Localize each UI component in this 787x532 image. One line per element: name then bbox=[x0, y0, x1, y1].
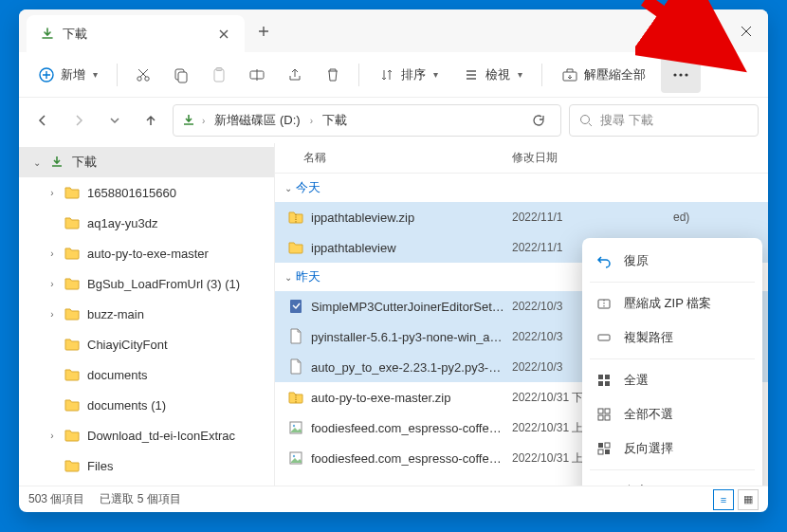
delete-button[interactable] bbox=[317, 61, 349, 89]
menu-zip[interactable]: 壓縮成 ZIP 檔案 bbox=[582, 286, 762, 321]
file-name: ippathtableview bbox=[311, 241, 512, 255]
copy-button[interactable] bbox=[165, 61, 197, 89]
file-name: pyinstaller-5.6.1-py3-none-win_amd6... bbox=[311, 330, 512, 344]
group-header[interactable]: ⌄今天 bbox=[275, 174, 768, 202]
col-date[interactable]: 修改日期 bbox=[512, 150, 673, 166]
selected-count: 已選取 5 個項目 bbox=[100, 491, 180, 507]
chevron-down-icon: ⌄ bbox=[284, 183, 292, 193]
sidebar-item[interactable]: ›auto-py-to-exe-master bbox=[19, 238, 274, 268]
details-view-button[interactable]: ≡ bbox=[713, 489, 734, 510]
folder-icon bbox=[63, 183, 82, 202]
copy-icon bbox=[173, 66, 190, 83]
rename-button[interactable] bbox=[241, 61, 273, 89]
nav-row: › 新增磁碟區 (D:) › 下載 搜尋 下載 bbox=[19, 98, 768, 143]
active-tab[interactable]: 下載 bbox=[27, 15, 245, 52]
download-icon bbox=[181, 113, 196, 128]
svg-rect-32 bbox=[605, 443, 610, 448]
item-count: 503 個項目 bbox=[28, 491, 84, 507]
paste-button[interactable] bbox=[203, 61, 235, 89]
sidebar-item[interactable]: documents (1) bbox=[19, 390, 274, 420]
tab-title: 下載 bbox=[63, 26, 209, 43]
svg-point-4 bbox=[137, 76, 141, 80]
search-placeholder: 搜尋 下載 bbox=[600, 112, 653, 129]
forward-button[interactable] bbox=[64, 106, 93, 135]
chevron-down-icon: ⌄ bbox=[27, 157, 47, 168]
folder-icon bbox=[63, 456, 82, 475]
file-icon bbox=[286, 327, 305, 346]
menu-invert[interactable]: 反向選擇 bbox=[582, 431, 762, 466]
annotation-arrow bbox=[635, 0, 749, 85]
extract-icon bbox=[561, 66, 578, 83]
svg-rect-27 bbox=[598, 409, 603, 413]
svg-rect-16 bbox=[290, 300, 302, 313]
breadcrumb-segment[interactable]: 新增磁碟區 (D:) bbox=[210, 108, 303, 133]
download-icon bbox=[40, 27, 55, 42]
sidebar-item[interactable]: ›Download_td-ei-IconExtrac bbox=[19, 420, 274, 450]
folder-icon bbox=[63, 395, 82, 414]
sidebar-item[interactable]: ›1658801615660 bbox=[19, 177, 274, 208]
svg-rect-34 bbox=[605, 449, 610, 454]
column-header: 名稱 修改日期 bbox=[275, 143, 768, 174]
plus-circle-icon bbox=[38, 66, 55, 83]
sidebar-item[interactable]: ›buzz-main bbox=[19, 299, 274, 329]
back-button[interactable] bbox=[28, 106, 57, 135]
svg-rect-26 bbox=[605, 381, 610, 386]
new-button[interactable]: 新增 ▾ bbox=[28, 61, 107, 89]
menu-properties[interactable]: 內容 bbox=[582, 474, 762, 486]
sidebar-item[interactable]: ›BgSub_LoadFromUrl (3) (1) bbox=[19, 268, 274, 299]
menu-copy-path[interactable]: 複製路徑 bbox=[582, 321, 762, 355]
select-all-icon bbox=[595, 372, 613, 389]
view-button[interactable]: 檢視 ▾ bbox=[453, 61, 532, 89]
sidebar-item[interactable]: Files bbox=[19, 450, 274, 481]
address-bar[interactable]: › 新增磁碟區 (D:) › 下載 bbox=[173, 104, 561, 137]
refresh-button[interactable] bbox=[524, 106, 553, 135]
file-row[interactable]: ippathtableview.zip2022/11/1ed) bbox=[275, 202, 768, 232]
path-icon bbox=[595, 329, 613, 346]
search-box[interactable]: 搜尋 下載 bbox=[569, 104, 759, 137]
sort-icon bbox=[378, 66, 395, 83]
col-name[interactable]: 名稱 bbox=[275, 150, 512, 166]
menu-select-all[interactable]: 全選 bbox=[582, 363, 762, 397]
folder-icon bbox=[63, 213, 82, 232]
sidebar: ⌄ 下載 ›1658801615660aq1ay-yu3dz›auto-py-t… bbox=[19, 143, 275, 486]
folder-icon bbox=[63, 244, 82, 263]
chevron-down-icon: ▾ bbox=[518, 69, 522, 80]
new-tab-button[interactable] bbox=[245, 9, 283, 52]
svg-rect-22 bbox=[598, 335, 610, 340]
tab-close-button[interactable] bbox=[216, 27, 231, 42]
svg-point-18 bbox=[293, 425, 295, 427]
sidebar-item[interactable]: ChiayiCityFont bbox=[19, 329, 274, 359]
up-button[interactable] bbox=[137, 106, 165, 135]
file-icon bbox=[286, 297, 305, 316]
svg-rect-25 bbox=[598, 381, 603, 386]
file-name: ippathtableview.zip bbox=[311, 211, 512, 225]
file-name: foodiesfeed.com_espresso-coffee-on-... bbox=[311, 421, 512, 435]
overflow-menu: 復原 壓縮成 ZIP 檔案 複製路徑 全選 全部不選 反向選擇 內容 選項 bbox=[582, 238, 762, 486]
rename-icon bbox=[248, 66, 265, 83]
menu-undo[interactable]: 復原 bbox=[582, 244, 762, 278]
sidebar-item[interactable]: aq1ay-yu3dz bbox=[19, 208, 274, 238]
sort-button[interactable]: 排序 ▾ bbox=[369, 61, 448, 89]
chevron-down-icon: ⌄ bbox=[284, 272, 292, 283]
select-none-icon bbox=[595, 406, 613, 423]
chevron-icon: › bbox=[42, 431, 63, 441]
sidebar-root-downloads[interactable]: ⌄ 下載 bbox=[19, 147, 274, 177]
share-button[interactable] bbox=[279, 61, 311, 89]
chevron-icon: › bbox=[42, 279, 63, 289]
sidebar-item[interactable]: documents bbox=[19, 359, 274, 390]
svg-point-15 bbox=[581, 116, 590, 124]
menu-select-none[interactable]: 全部不選 bbox=[582, 397, 762, 431]
file-date: 2022/11/1 bbox=[512, 211, 673, 224]
grid-view-button[interactable]: ▦ bbox=[738, 489, 759, 510]
breadcrumb-segment[interactable]: 下載 bbox=[319, 108, 351, 133]
cut-button[interactable] bbox=[127, 61, 159, 89]
search-icon bbox=[579, 114, 593, 127]
download-icon bbox=[47, 153, 66, 172]
svg-rect-23 bbox=[598, 375, 603, 379]
file-name: auto_py_to_exe-2.23.1-py2.py3-none-... bbox=[311, 360, 512, 375]
paste-icon bbox=[210, 66, 228, 83]
svg-rect-29 bbox=[598, 415, 603, 420]
folder-icon bbox=[63, 335, 82, 354]
svg-point-5 bbox=[145, 76, 149, 80]
chevron-down-icon[interactable] bbox=[101, 106, 129, 135]
